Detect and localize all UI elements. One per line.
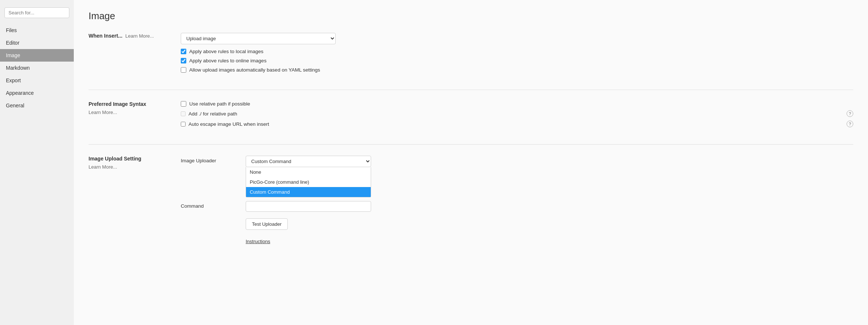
auto-escape-help-icon[interactable]: ? bbox=[847, 121, 853, 127]
sidebar-item-general[interactable]: General bbox=[0, 99, 74, 112]
apply-local-checkbox[interactable] bbox=[181, 49, 186, 54]
upload-setting-section: Image Upload Setting Learn More... Image… bbox=[89, 156, 853, 244]
preferred-syntax-content: Use relative path if possible Add ./ for… bbox=[181, 101, 853, 131]
upload-setting-content: Image Uploader None PicGo-Core (command … bbox=[181, 156, 853, 244]
add-dot-label: Add ./ for relative path bbox=[189, 111, 841, 117]
page-title: Image bbox=[89, 10, 853, 22]
use-relative-checkbox[interactable] bbox=[181, 101, 186, 107]
uploader-select[interactable]: None PicGo-Core (command line) Custom Co… bbox=[246, 156, 371, 167]
sidebar-item-appearance[interactable]: Appearance bbox=[0, 87, 74, 99]
when-insert-select-row: Upload image Copy to folder Nothing bbox=[181, 33, 853, 44]
instructions-link[interactable]: Instructions bbox=[246, 239, 270, 244]
uploader-select-wrapper: None PicGo-Core (command line) Custom Co… bbox=[246, 156, 853, 197]
search-input[interactable] bbox=[4, 7, 69, 18]
search-box[interactable] bbox=[4, 7, 69, 18]
instructions-wrapper: Instructions bbox=[246, 234, 853, 244]
sidebar: Files Editor Image Markdown Export Appea… bbox=[0, 0, 74, 325]
allow-yaml-checkbox[interactable] bbox=[181, 67, 186, 73]
when-insert-content: Upload image Copy to folder Nothing Appl… bbox=[181, 33, 853, 76]
command-input[interactable] bbox=[246, 201, 371, 212]
divider-1 bbox=[89, 90, 853, 90]
command-input-wrapper bbox=[246, 201, 853, 212]
sidebar-item-markdown[interactable]: Markdown bbox=[0, 62, 74, 74]
upload-setting-learn-more[interactable]: Learn More... bbox=[89, 164, 117, 170]
upload-setting-label-col: Image Upload Setting Learn More... bbox=[89, 156, 170, 244]
when-insert-section: When Insert... Learn More... Upload imag… bbox=[89, 33, 853, 76]
allow-yaml-label: Allow upload images automatically based … bbox=[189, 67, 320, 73]
apply-online-label: Apply above rules to online images bbox=[189, 58, 266, 63]
command-label: Command bbox=[181, 201, 240, 209]
when-insert-heading: When Insert... bbox=[89, 33, 122, 39]
add-dot-row: Add ./ for relative path ? bbox=[181, 110, 853, 117]
uploader-dropdown: None PicGo-Core (command line) Custom Co… bbox=[246, 167, 371, 197]
divider-2 bbox=[89, 144, 853, 145]
preferred-syntax-learn-more[interactable]: Learn More... bbox=[89, 110, 117, 115]
sidebar-item-editor[interactable]: Editor bbox=[0, 37, 74, 49]
apply-local-row: Apply above rules to local images bbox=[181, 49, 853, 54]
when-insert-label-col: When Insert... Learn More... bbox=[89, 33, 170, 76]
apply-online-row: Apply above rules to online images bbox=[181, 58, 853, 63]
test-uploader-button[interactable]: Test Uploader bbox=[246, 218, 288, 230]
auto-escape-row: Auto escape image URL when insert ? bbox=[181, 121, 853, 127]
preferred-syntax-label-col: Preferred Image Syntax Learn More... bbox=[89, 101, 170, 131]
when-insert-learn-more[interactable]: Learn More... bbox=[125, 33, 154, 39]
main-content: Image When Insert... Learn More... Uploa… bbox=[74, 0, 868, 325]
sidebar-item-export[interactable]: Export bbox=[0, 74, 74, 87]
apply-online-checkbox[interactable] bbox=[181, 58, 186, 63]
sidebar-item-image[interactable]: Image bbox=[0, 49, 74, 62]
uploader-label: Image Uploader bbox=[181, 156, 240, 163]
upload-setting-heading: Image Upload Setting bbox=[89, 156, 170, 162]
when-insert-select[interactable]: Upload image Copy to folder Nothing bbox=[181, 33, 336, 44]
auto-escape-checkbox[interactable] bbox=[181, 122, 186, 127]
preferred-syntax-section: Preferred Image Syntax Learn More... Use… bbox=[89, 101, 853, 131]
upload-setting-grid: Image Uploader None PicGo-Core (command … bbox=[181, 156, 853, 244]
add-dot-help-icon[interactable]: ? bbox=[847, 110, 853, 117]
sidebar-item-files[interactable]: Files bbox=[0, 24, 74, 37]
apply-local-label: Apply above rules to local images bbox=[189, 49, 263, 54]
allow-yaml-row: Allow upload images automatically based … bbox=[181, 67, 853, 73]
use-relative-row: Use relative path if possible bbox=[181, 101, 853, 107]
preferred-syntax-heading: Preferred Image Syntax bbox=[89, 101, 170, 107]
use-relative-label: Use relative path if possible bbox=[189, 101, 250, 107]
dropdown-option-none[interactable]: None bbox=[246, 167, 371, 177]
dropdown-option-picgo[interactable]: PicGo-Core (command line) bbox=[246, 177, 371, 187]
dropdown-option-custom[interactable]: Custom Command bbox=[246, 187, 371, 197]
add-dot-checkbox[interactable] bbox=[181, 111, 186, 116]
test-uploader-wrapper: Test Uploader bbox=[246, 215, 853, 230]
auto-escape-label: Auto escape image URL when insert bbox=[189, 121, 841, 127]
